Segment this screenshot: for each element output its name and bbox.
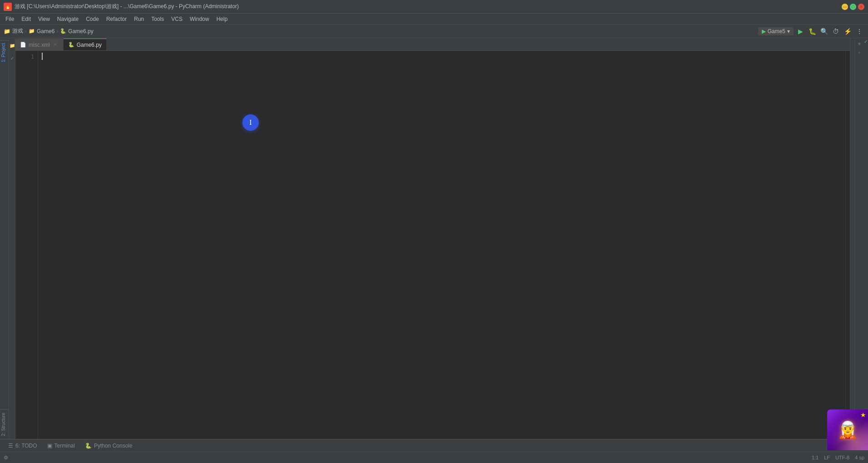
- tabs-bar: 📄 misc.xml ✕ 🐍 Game6.py: [15, 38, 850, 51]
- bottom-tab-terminal-icon: ▣: [47, 443, 52, 449]
- favorites-sidebar: ★ +: [854, 38, 863, 439]
- menubar: File Edit View Navigate Code Refactor Ru…: [0, 14, 868, 25]
- extra-toolbar-button[interactable]: ⋮: [854, 26, 864, 36]
- breadcrumb: 📁 游戏 › 📁 Game6 › 🐍 Game6.py: [4, 27, 94, 35]
- right-sidebar: [850, 38, 854, 439]
- bottom-tab-terminal[interactable]: ▣ Terminal: [43, 440, 79, 451]
- code-content[interactable]: [38, 51, 845, 439]
- tab-game6-label: Game6.py: [77, 42, 102, 48]
- breadcrumb-home[interactable]: 游戏: [12, 27, 23, 35]
- maximize-button[interactable]: □: [850, 4, 856, 10]
- tab-misc-xml-icon: 📄: [20, 42, 26, 48]
- validation-sidebar: ✓: [863, 38, 868, 439]
- tab-game6-icon: 🐍: [68, 42, 74, 48]
- bottom-tab-python-console[interactable]: 🐍 Python Console: [80, 440, 137, 451]
- run-config-name: Game5: [768, 28, 785, 34]
- menu-run[interactable]: Run: [130, 15, 148, 23]
- breadcrumb-folder-icon: 📁: [4, 28, 10, 34]
- main-layout: 1: Project 2: Structure 📁 ✓ 📄 misc.xml ✕…: [0, 38, 868, 439]
- status-left: ⚙: [4, 455, 8, 461]
- breadcrumb-game6[interactable]: Game6: [37, 28, 54, 34]
- menu-view[interactable]: View: [35, 15, 54, 23]
- tab-misc-xml[interactable]: 📄 misc.xml ✕: [15, 39, 64, 50]
- bottom-tab-python-console-icon: 🐍: [85, 443, 92, 449]
- char-star: ★: [860, 411, 866, 419]
- window-title: 游戏 [C:\Users\Administrator\Desktop\游戏] -…: [15, 3, 842, 10]
- menu-navigate[interactable]: Navigate: [54, 15, 82, 23]
- tab-misc-xml-label: misc.xml: [29, 42, 50, 48]
- breadcrumb-sep1: ›: [25, 28, 27, 34]
- bottom-tab-terminal-label: Terminal: [54, 443, 75, 449]
- char-art-bg: 🧝 ★: [827, 409, 868, 450]
- run-config-chevron: ▾: [787, 28, 790, 34]
- status-right: 1:1 LF UTF-8 4 sp: [812, 455, 864, 460]
- cursor-line: [42, 53, 842, 60]
- cursor-symbol: I: [249, 118, 252, 127]
- panel-tab-project[interactable]: 1: Project: [0, 40, 9, 65]
- editor-area: 📄 misc.xml ✕ 🐍 Game6.py 1 I: [15, 38, 850, 439]
- menu-vcs[interactable]: VCS: [168, 15, 186, 23]
- tab-game6-py[interactable]: 🐍 Game6.py: [64, 39, 107, 50]
- run-button[interactable]: ▶: [795, 26, 805, 36]
- bottom-tab-todo[interactable]: ☰ 6: TODO: [4, 440, 42, 451]
- status-indent[interactable]: 4 sp: [855, 455, 864, 460]
- vertical-panel-tabs: 1: Project 2: Structure: [0, 38, 9, 439]
- debug-button[interactable]: 🐛: [807, 26, 817, 36]
- status-vcs-icon: ⚙: [4, 455, 8, 461]
- run-config-icon: ▶: [762, 28, 766, 34]
- titlebar: 🔥 游戏 [C:\Users\Administrator\Desktop\游戏]…: [0, 0, 868, 14]
- menu-help[interactable]: Help: [213, 15, 232, 23]
- favorites-add-icon[interactable]: +: [856, 49, 863, 56]
- line-numbers: 1: [15, 51, 38, 439]
- bottom-tab-python-console-label: Python Console: [94, 443, 133, 449]
- char-art: 🧝 ★: [827, 409, 868, 450]
- app-icon: 🔥: [4, 3, 12, 11]
- toolbar: 📁 游戏 › 📁 Game6 › 🐍 Game6.py ▶ Game5 ▾ ▶ …: [0, 25, 868, 38]
- char-emoji: 🧝: [838, 420, 858, 439]
- minimize-button[interactable]: —: [842, 4, 848, 10]
- bottom-toolbar: ☰ 6: TODO ▣ Terminal 🐍 Python Console: [0, 439, 868, 452]
- bottom-tab-todo-label: 6: TODO: [15, 443, 37, 449]
- favorites-star-icon[interactable]: ★: [856, 40, 863, 47]
- code-editor[interactable]: 1 I: [15, 51, 850, 439]
- menu-file[interactable]: File: [2, 15, 18, 23]
- menu-tools[interactable]: Tools: [148, 15, 168, 23]
- tab-misc-xml-close[interactable]: ✕: [52, 42, 59, 48]
- panel-tab-structure[interactable]: 2: Structure: [0, 409, 9, 439]
- editor-scrollbar[interactable]: [845, 51, 850, 439]
- window-controls: — □ ✕: [842, 4, 864, 10]
- left-sidebar: 📁 ✓: [9, 38, 15, 439]
- status-line-sep[interactable]: LF: [824, 455, 830, 460]
- menu-refactor[interactable]: Refactor: [103, 15, 130, 23]
- breadcrumb-file[interactable]: Game6.py: [68, 28, 93, 34]
- statusbar: ⚙ 1:1 LF UTF-8 4 sp: [0, 452, 868, 463]
- menu-edit[interactable]: Edit: [18, 15, 35, 23]
- close-button[interactable]: ✕: [858, 4, 864, 10]
- breadcrumb-file-icon: 🐍: [60, 28, 66, 34]
- coverage-button[interactable]: 🔍: [819, 26, 829, 36]
- status-position[interactable]: 1:1: [812, 455, 819, 460]
- menu-code[interactable]: Code: [82, 15, 103, 23]
- text-cursor: [42, 53, 43, 60]
- validation-ok-icon: ✓: [864, 39, 868, 43]
- blue-circle-indicator: I: [242, 114, 259, 131]
- bottom-tab-todo-icon: ☰: [8, 443, 13, 449]
- breadcrumb-sep2: ›: [56, 28, 58, 34]
- concurrency-button[interactable]: ⚡: [843, 26, 853, 36]
- status-encoding[interactable]: UTF-8: [835, 455, 849, 460]
- breadcrumb-project-icon: 📁: [29, 28, 35, 34]
- run-config-selector[interactable]: ▶ Game5 ▾: [758, 27, 794, 35]
- menu-window[interactable]: Window: [186, 15, 213, 23]
- profile-button[interactable]: ⏱: [831, 26, 841, 36]
